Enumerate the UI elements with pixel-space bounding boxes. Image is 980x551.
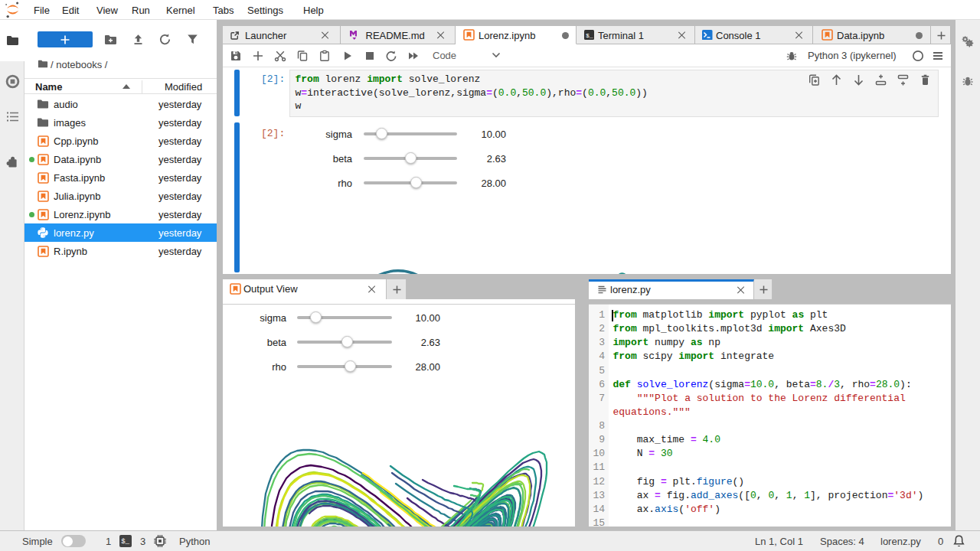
svg-text:$_: $_ <box>121 538 129 546</box>
svg-text:$_: $_ <box>586 32 593 39</box>
